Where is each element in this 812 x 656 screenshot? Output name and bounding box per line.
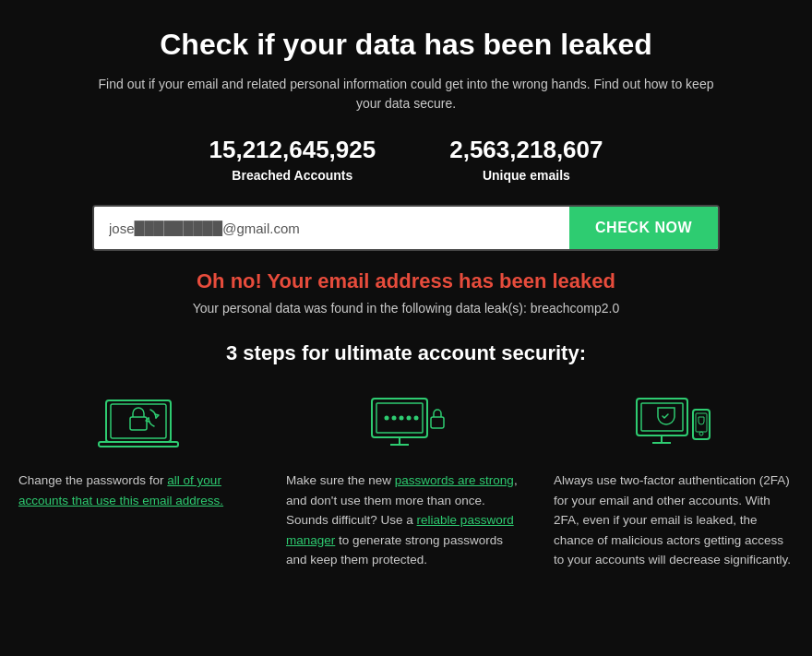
steps-title: 3 steps for ultimate account security: <box>18 341 794 365</box>
leak-alert: Oh no! Your email address has been leake… <box>18 269 794 293</box>
page-subtitle: Find out if your email and related perso… <box>92 75 720 113</box>
svg-point-8 <box>400 416 404 421</box>
step-3-text: Always use two-factor authentication (2F… <box>554 471 794 570</box>
stat-unique: 2,563,218,607 Unique emails <box>449 136 603 183</box>
step-2: Make sure the new passwords are strong, … <box>286 391 526 570</box>
svg-rect-3 <box>130 417 147 430</box>
step-1: Change the passwords for all of your acc… <box>18 391 258 510</box>
svg-rect-19 <box>696 413 707 432</box>
svg-point-20 <box>699 432 703 435</box>
stats-row: 15,212,645,925 Breached Accounts 2,563,2… <box>18 136 794 183</box>
leak-alert-title: Oh no! Your email address has been leake… <box>18 269 794 293</box>
page-title: Check if your data has been leaked <box>18 28 794 62</box>
svg-point-9 <box>407 416 412 421</box>
steps-row: Change the passwords for all of your acc… <box>18 391 794 570</box>
email-input[interactable] <box>94 207 569 249</box>
svg-rect-2 <box>99 442 178 447</box>
svg-point-7 <box>392 416 397 421</box>
svg-rect-14 <box>637 399 687 435</box>
breached-count: 15,212,645,925 <box>209 136 376 164</box>
step-1-text: Change the passwords for all of your acc… <box>18 471 258 510</box>
breached-label: Breached Accounts <box>209 168 376 183</box>
svg-rect-1 <box>111 404 166 438</box>
check-now-button[interactable]: CHECK NOW <box>569 207 718 249</box>
unique-label: Unique emails <box>449 168 603 183</box>
leak-alert-detail: Your personal data was found in the foll… <box>18 301 794 316</box>
step-2-link1[interactable]: passwords are strong <box>395 473 514 487</box>
svg-rect-13 <box>431 417 444 428</box>
stat-breached: 15,212,645,925 Breached Accounts <box>209 136 376 183</box>
step-2-icon <box>286 391 526 456</box>
svg-point-6 <box>385 416 389 421</box>
svg-rect-0 <box>106 400 171 442</box>
unique-count: 2,563,218,607 <box>449 136 603 164</box>
svg-point-10 <box>414 416 419 421</box>
step-3: Always use two-factor authentication (2F… <box>554 391 794 570</box>
step-3-icon <box>554 391 794 456</box>
search-bar: CHECK NOW <box>92 205 720 251</box>
step-1-icon <box>18 391 258 456</box>
step-2-text: Make sure the new passwords are strong, … <box>286 471 526 570</box>
